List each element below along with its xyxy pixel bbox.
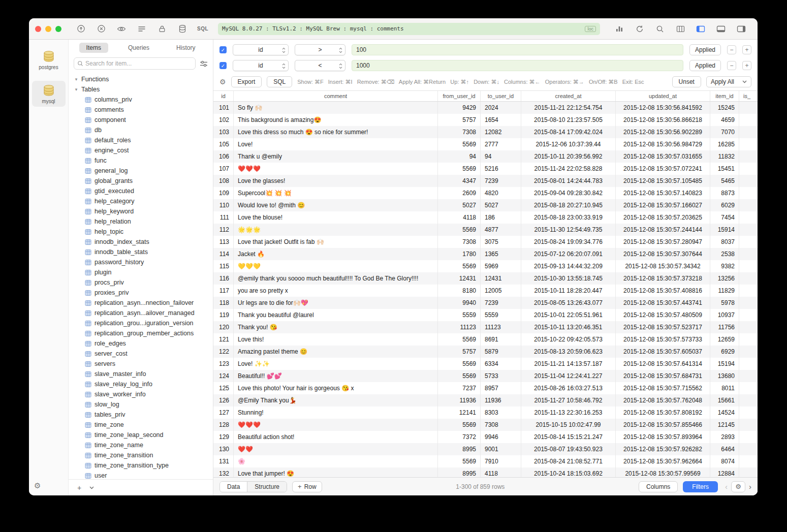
table-row[interactable]: 125 Love this photo! Your hair is gorgeo… [213, 382, 758, 394]
filter-settings-gear-icon[interactable]: ⚙ [219, 78, 226, 86]
table-row[interactable]: 116 @emily thank you soooo much beautifu… [213, 272, 758, 285]
sidebar-table-item[interactable]: replication_grou...iguration_version [74, 318, 213, 328]
sidebar-table-item[interactable]: replication_asyn...ailover_managed [74, 308, 213, 318]
search-box[interactable] [74, 57, 196, 70]
filter-checkbox[interactable]: ✓ [219, 46, 227, 53]
table-row[interactable]: 112 🌟🌟🌟 5569 4877 2015-11-30 12:54:49.73… [213, 224, 758, 236]
table-row[interactable]: 123 Love! ✨✨ 5569 6334 2015-11-21 14:13:… [213, 358, 758, 370]
connection-icon[interactable] [74, 22, 87, 36]
filter-applied-button[interactable]: Applied [689, 44, 721, 55]
export-button[interactable]: Export [231, 76, 262, 87]
sidebar-table-item[interactable]: help_keyword [74, 206, 213, 216]
sidebar-table-item[interactable]: proxies_priv [74, 288, 213, 298]
toggle-right-panel-icon[interactable] [735, 22, 748, 36]
column-header-to-user-id[interactable]: to_user_id [481, 91, 521, 101]
minimize-window-button[interactable] [45, 26, 51, 32]
grid-settings-button[interactable]: ⚙ [731, 481, 745, 492]
table-row[interactable]: 105 Love! 5569 2777 2015-12-06 10:37:39.… [213, 138, 758, 150]
sidebar-table-item[interactable]: default_roles [74, 135, 213, 145]
unset-button[interactable]: Unset [672, 76, 701, 87]
tab-queries[interactable]: Queries [121, 43, 156, 53]
chevron-left-icon[interactable]: ‹ [725, 483, 728, 490]
column-header-from-user-id[interactable]: from_user_id [438, 91, 481, 101]
filter-value-input[interactable] [352, 60, 683, 71]
table-row[interactable]: 119 Thank you beautiful @laurel 5559 555… [213, 309, 758, 321]
sidebar-table-item[interactable]: slave_master_info [74, 369, 213, 379]
add-row-button[interactable]: + Row [292, 481, 322, 492]
sidebar-table-item[interactable]: innodb_table_stats [74, 247, 213, 257]
column-header-created-at[interactable]: created_at [521, 91, 616, 101]
table-row[interactable]: 130 ❤️❤️ 8995 9001 2015-08-07 19:43:50.9… [213, 443, 758, 455]
filter-operator-select[interactable]: > [295, 44, 345, 55]
filter-value-input[interactable] [352, 44, 683, 55]
columns-button[interactable]: Columns [639, 481, 678, 492]
sidebar-table-item[interactable]: replication_group_member_actions [74, 328, 213, 338]
sidebar-table-item[interactable]: time_zone_transition [74, 450, 213, 460]
connection-mysql[interactable]: mysql [32, 81, 66, 107]
table-columns-icon[interactable] [674, 22, 687, 36]
sidebar-table-item[interactable]: password_history [74, 257, 213, 267]
sidebar-table-item[interactable]: time_zone_transition_type [74, 460, 213, 471]
search-input[interactable] [85, 60, 192, 67]
sidebar-table-item[interactable]: user [74, 471, 213, 479]
sidebar-table-item[interactable]: server_cost [74, 349, 213, 359]
column-header-updated-at[interactable]: updated_at [616, 91, 710, 101]
sidebar-table-item[interactable]: engine_cost [74, 145, 213, 155]
filters-button[interactable]: Filters [683, 481, 718, 492]
sidebar-table-item[interactable]: time_zone_leap_second [74, 430, 213, 440]
table-row[interactable]: 127 Stunning! 12141 8303 2015-11-13 22:3… [213, 406, 758, 419]
table-row[interactable]: 110 Would love to! @mith 😊 5027 5027 201… [213, 199, 758, 211]
table-row[interactable]: 103 Love this dress so much 😍 so nice fo… [213, 126, 758, 138]
column-header-id[interactable]: id [213, 91, 234, 101]
table-row[interactable]: 109 Supercool💥 💥 💥 2609 4820 2015-09-04 … [213, 187, 758, 199]
table-row[interactable]: 121 Love this! 5569 8691 2015-10-22 09:4… [213, 333, 758, 346]
column-header-item-id[interactable]: item_id [710, 91, 739, 101]
close-window-button[interactable] [35, 26, 41, 32]
disconnect-icon[interactable] [95, 22, 108, 36]
add-filter-button[interactable]: + [742, 45, 751, 54]
sidebar-table-item[interactable]: tables_priv [74, 410, 213, 420]
toggle-left-panel-icon[interactable] [694, 22, 707, 36]
sidebar-table-item[interactable]: component [74, 115, 213, 125]
sidebar-table-item[interactable]: slave_relay_log_info [74, 379, 213, 389]
remove-filter-button[interactable]: − [727, 45, 736, 54]
table-row[interactable]: 124 Beautiful!! 💕💕 5569 5733 2015-11-04 … [213, 370, 758, 382]
table-row[interactable]: 106 Thank u @emily 94 94 2015-10-11 20:3… [213, 150, 758, 163]
filter-column-select[interactable]: id [233, 60, 289, 71]
remove-filter-button[interactable]: − [727, 61, 736, 70]
search-icon[interactable] [653, 22, 667, 36]
sidebar-table-item[interactable]: time_zone_name [74, 440, 213, 450]
filter-options-icon[interactable] [200, 60, 208, 67]
lock-icon[interactable] [155, 22, 169, 36]
sidebar-table-item[interactable]: global_grants [74, 176, 213, 186]
add-item-button[interactable]: + [74, 483, 85, 493]
table-row[interactable]: 120 Thank you! 😘 11123 11123 2015-10-11 … [213, 321, 758, 333]
sidebar-table-item[interactable]: gtid_executed [74, 186, 213, 196]
table-row[interactable]: 131 🌸 5569 7910 2015-08-24 21:08:52.771 … [213, 455, 758, 467]
table-row[interactable]: 108 Love the glasses! 4347 7239 2015-08-… [213, 175, 758, 187]
toggle-bottom-panel-icon[interactable] [714, 22, 728, 36]
sidebar-table-item[interactable]: comments [74, 105, 213, 115]
zoom-window-button[interactable] [55, 26, 61, 32]
filter-column-select[interactable]: id [233, 44, 289, 55]
sidebar-table-item[interactable]: help_relation [74, 216, 213, 227]
table-row[interactable]: 126 @Emily Thank you💃 11936 11936 2015-1… [213, 394, 758, 406]
table-row[interactable]: 107 ❤️❤️❤️ 5569 5216 2015-11-24 22:02:58… [213, 163, 758, 175]
table-row[interactable]: 118 Ur legs are to die for🙌🏻💖 9940 7239 … [213, 297, 758, 309]
table-row[interactable]: 101 So fly 🙌🏻 9429 2024 2015-11-21 22:12… [213, 102, 758, 114]
sidebar-table-item[interactable]: slow_log [74, 399, 213, 410]
preview-eye-icon[interactable] [115, 22, 128, 36]
sidebar-table-item[interactable]: role_edges [74, 338, 213, 349]
filter-applied-button[interactable]: Applied [689, 60, 721, 71]
apply-all-button[interactable]: Apply All [706, 76, 751, 87]
tables-section[interactable]: ▾ Tables [74, 84, 213, 95]
sidebar-table-item[interactable]: procs_priv [74, 277, 213, 288]
settings-gear-icon[interactable]: ⚙ [34, 481, 41, 490]
table-row[interactable]: 111 Love the blouse! 4118 186 2015-08-18… [213, 211, 758, 224]
add-filter-button[interactable]: + [742, 61, 751, 70]
chevron-right-icon[interactable]: › [749, 483, 751, 490]
table-row[interactable]: 115 💛💛💛 5569 5969 2015-09-13 14:44:32.20… [213, 260, 758, 272]
table-row[interactable]: 128 ❤️❤️❤️ 5569 7308 2015-10-15 10:02:47… [213, 419, 758, 431]
sql-editor-icon[interactable]: SQL [196, 22, 209, 36]
sidebar-table-item[interactable]: innodb_index_stats [74, 237, 213, 247]
